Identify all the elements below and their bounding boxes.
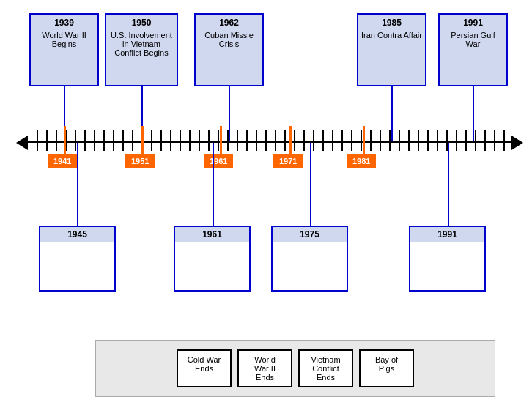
orange-year-1951: 1951 bbox=[125, 154, 155, 168]
orange-tick-1981 bbox=[363, 126, 365, 155]
tick-mark bbox=[237, 130, 238, 151]
tick-mark bbox=[313, 130, 314, 151]
bottom-event-1975[interactable]: 1975 bbox=[271, 226, 348, 292]
tick-mark bbox=[361, 130, 362, 151]
timeline-line bbox=[22, 141, 517, 143]
tick-mark bbox=[408, 130, 410, 151]
tick-mark bbox=[151, 130, 152, 151]
tick-mark bbox=[227, 130, 229, 151]
timeline-container: 1939 World War II Begins 1950 U.S. Invol… bbox=[0, 0, 532, 408]
event-description: World War II Begins bbox=[34, 31, 95, 48]
bottom-event-1945[interactable]: 1945 bbox=[39, 226, 116, 292]
arrow-left-icon bbox=[16, 136, 28, 150]
tick-mark bbox=[332, 130, 333, 151]
tick-mark bbox=[113, 130, 114, 151]
connector-cuban-top bbox=[229, 86, 230, 141]
tick-mark bbox=[132, 130, 133, 151]
tick-mark bbox=[256, 130, 257, 151]
tick-mark bbox=[351, 130, 352, 151]
event-description: U.S. Involvement in Vietnam Conflict Beg… bbox=[109, 31, 174, 57]
tick-mark bbox=[208, 130, 210, 151]
tick-mark bbox=[322, 130, 324, 151]
tick-mark bbox=[370, 130, 372, 151]
tick-mark bbox=[275, 130, 276, 151]
answer-cold-war-ends[interactable]: Cold WarEnds bbox=[177, 349, 232, 387]
tick-mark bbox=[380, 130, 381, 151]
bottom-event-1991-bottom[interactable]: 1991 bbox=[409, 226, 486, 292]
tick-mark bbox=[341, 130, 343, 151]
bottom-year-label: 1991 bbox=[410, 227, 484, 242]
connector-persian-top bbox=[473, 86, 474, 141]
tick-mark bbox=[46, 130, 48, 151]
year-label: 1939 bbox=[34, 18, 95, 28]
orange-year-1971: 1971 bbox=[273, 154, 303, 168]
answer-bay-of-pigs[interactable]: Bay ofPigs bbox=[359, 349, 414, 387]
event-description: Cuban Missle Crisis bbox=[199, 31, 259, 48]
tick-mark bbox=[103, 130, 105, 151]
tick-mark bbox=[494, 130, 495, 151]
event-cuban-missile: 1962 Cuban Missle Crisis bbox=[194, 13, 264, 86]
year-label: 1950 bbox=[109, 18, 174, 28]
tick-mark bbox=[484, 130, 486, 151]
event-description: Iran Contra Affair bbox=[361, 31, 422, 40]
tick-mark bbox=[284, 130, 286, 151]
tick-mark bbox=[303, 130, 305, 151]
answer-section: Cold WarEnds WorldWar IIEnds VietnamConf… bbox=[95, 340, 495, 397]
answer-vietnam-ends[interactable]: VietnamConflictEnds bbox=[298, 349, 353, 387]
tick-mark bbox=[218, 130, 219, 151]
tick-mark bbox=[84, 130, 86, 151]
tick-mark bbox=[465, 130, 467, 151]
year-label: 1985 bbox=[361, 18, 422, 28]
bottom-year-label: 1945 bbox=[40, 227, 114, 242]
bottom-year-label: 1975 bbox=[273, 227, 347, 242]
orange-year-1981: 1981 bbox=[347, 154, 376, 168]
tick-mark bbox=[389, 130, 391, 151]
year-label: 1962 bbox=[199, 18, 259, 28]
connector-1991-bottom bbox=[448, 143, 449, 226]
event-ww2-begins: 1939 World War II Begins bbox=[29, 13, 99, 86]
orange-year-1941: 1941 bbox=[48, 154, 77, 168]
tick-mark bbox=[456, 130, 457, 151]
tick-mark bbox=[75, 130, 76, 151]
event-persian-gulf: 1991 Persian Gulf War bbox=[438, 13, 508, 86]
orange-tick-1961 bbox=[220, 126, 222, 155]
tick-mark bbox=[418, 130, 419, 151]
orange-tick-1951 bbox=[141, 126, 144, 155]
connector-1961-bottom bbox=[213, 143, 214, 226]
connector-iran-top bbox=[391, 86, 393, 141]
tick-mark bbox=[170, 130, 171, 151]
tick-mark bbox=[503, 130, 505, 151]
tick-mark bbox=[265, 130, 267, 151]
tick-mark bbox=[399, 130, 400, 151]
tick-mark bbox=[56, 130, 57, 151]
tick-mark bbox=[246, 130, 248, 151]
bottom-year-label: 1961 bbox=[175, 227, 249, 242]
tick-mark bbox=[189, 130, 191, 151]
tick-mark bbox=[427, 130, 429, 151]
event-vietnam-involvement: 1950 U.S. Involvement in Vietnam Conflic… bbox=[105, 13, 178, 86]
tick-mark bbox=[94, 130, 95, 151]
tick-mark bbox=[122, 130, 124, 151]
connector-1945-bottom bbox=[77, 143, 78, 226]
tick-mark bbox=[160, 130, 162, 151]
answer-ww2-ends[interactable]: WorldWar IIEnds bbox=[237, 349, 292, 387]
tick-mark bbox=[475, 130, 476, 151]
event-description: Persian Gulf War bbox=[443, 31, 503, 48]
event-iran-contra: 1985 Iran Contra Affair bbox=[357, 13, 426, 86]
tick-mark bbox=[294, 130, 295, 151]
tick-mark bbox=[37, 130, 38, 151]
tick-mark bbox=[437, 130, 438, 151]
year-label: 1991 bbox=[443, 18, 503, 28]
connector-1975-bottom bbox=[310, 143, 311, 226]
arrow-right-icon bbox=[511, 136, 523, 150]
orange-year-1961: 1961 bbox=[204, 154, 233, 168]
orange-tick-1971 bbox=[289, 126, 292, 155]
tick-mark bbox=[199, 130, 200, 151]
tick-mark bbox=[180, 130, 181, 151]
orange-tick-1941 bbox=[64, 126, 66, 155]
bottom-event-1961[interactable]: 1961 bbox=[174, 226, 251, 292]
